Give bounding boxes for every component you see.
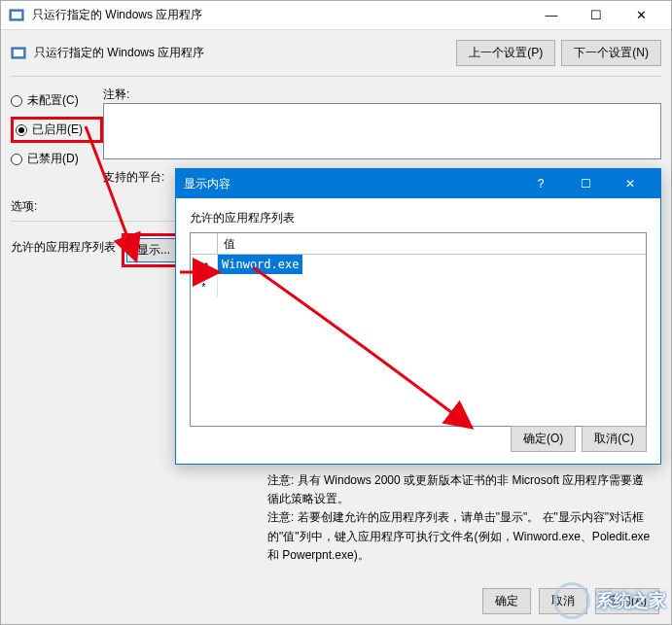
watermark: 系统之家 [553, 582, 666, 619]
radio-icon [11, 154, 22, 165]
radio-label: 未配置(C) [27, 92, 79, 109]
close-button[interactable]: ✕ [619, 1, 663, 30]
help-line: 注意: 若要创建允许的应用程序列表，请单击"显示"。 在"显示内容"对话框的"值… [267, 508, 654, 565]
row-new-icon: * [191, 276, 218, 297]
grid-row-new[interactable]: * [191, 276, 646, 297]
show-button[interactable]: 显示... [126, 238, 181, 262]
comment-label: 注释: [103, 87, 661, 103]
grid-row[interactable]: Winword.exe [191, 255, 646, 276]
svg-rect-1 [12, 12, 21, 18]
radio-disabled[interactable]: 已禁用(D) [11, 151, 103, 167]
dialog-button-bar: 确定(O) 取消(C) [511, 426, 647, 452]
dialog-list-label: 允许的应用程序列表 [190, 210, 647, 226]
minimize-button[interactable]: — [529, 1, 574, 30]
dialog-cancel-button[interactable]: 取消(C) [582, 426, 647, 452]
radio-enabled-highlight: 已启用(E) [11, 117, 103, 143]
radio-icon [11, 95, 22, 107]
radio-icon [16, 124, 27, 136]
dialog-ok-button[interactable]: 确定(O) [511, 426, 576, 452]
dialog-close-button[interactable]: ✕ [608, 169, 653, 198]
radio-label: 已禁用(D) [27, 151, 79, 167]
radio-enabled[interactable]: 已启用(E) [16, 122, 83, 138]
platform-label: 支持的平台: [103, 169, 171, 186]
policy-icon [11, 46, 26, 61]
policy-header: 只运行指定的 Windows 应用程序 上一个设置(P) 下一个设置(N) [1, 30, 671, 74]
comment-field[interactable] [103, 103, 661, 159]
dialog-maximize-button[interactable]: ☐ [563, 169, 608, 198]
divider [11, 76, 661, 77]
dialog-title: 显示内容 [184, 176, 230, 192]
allowed-apps-label: 允许的应用程序列表 [11, 233, 116, 256]
ok-button[interactable]: 确定 [482, 588, 531, 614]
svg-rect-3 [14, 50, 23, 56]
watermark-icon [553, 582, 590, 619]
window-title: 只运行指定的 Windows 应用程序 [32, 7, 529, 23]
policy-title: 只运行指定的 Windows 应用程序 [34, 45, 456, 61]
grid-header: 值 [191, 233, 646, 255]
next-setting-button[interactable]: 下一个设置(N) [561, 40, 661, 66]
radio-not-configured[interactable]: 未配置(C) [11, 92, 103, 109]
help-line: 注意: 具有 Windows 2000 或更新版本证书的非 Microsoft … [267, 471, 654, 508]
help-text: 注意: 具有 Windows 2000 或更新版本证书的非 Microsoft … [264, 468, 657, 569]
radio-label: 已启用(E) [32, 122, 83, 138]
dialog-titlebar: 显示内容 ? ☐ ✕ [176, 169, 660, 198]
previous-setting-button[interactable]: 上一个设置(P) [456, 40, 555, 66]
app-icon [9, 8, 24, 23]
maximize-button[interactable]: ☐ [574, 1, 619, 30]
row-edit-icon [191, 255, 218, 276]
grid-cell-value[interactable]: Winword.exe [218, 255, 302, 274]
grid-header-value: 值 [218, 233, 646, 254]
watermark-text: 系统之家 [596, 589, 666, 612]
grid-header-marker [191, 233, 218, 254]
show-contents-dialog: 显示内容 ? ☐ ✕ 允许的应用程序列表 值 Winword.exe * [175, 168, 661, 465]
titlebar: 只运行指定的 Windows 应用程序 — ☐ ✕ [1, 1, 671, 30]
value-grid[interactable]: 值 Winword.exe * [190, 232, 647, 427]
policy-state-radio-group: 未配置(C) 已启用(E) 已禁用(D) [11, 87, 103, 173]
dialog-help-button[interactable]: ? [518, 169, 563, 198]
